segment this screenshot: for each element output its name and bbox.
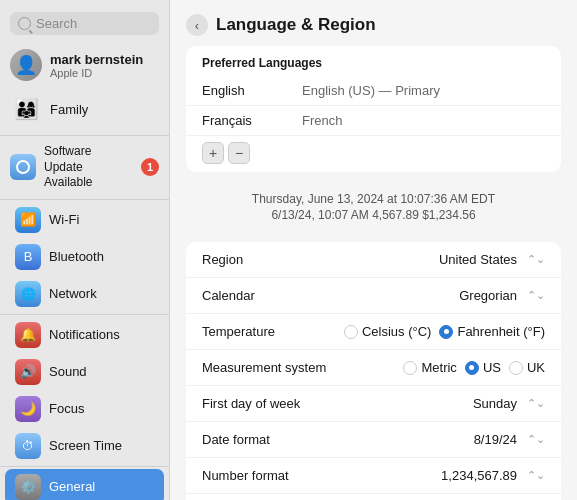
- metric-option[interactable]: Metric: [403, 360, 456, 375]
- sidebar-item-label: Wi-Fi: [49, 212, 79, 227]
- first-day-chevron: ⌃⌄: [527, 397, 545, 410]
- update-section[interactable]: Software Update Available 1: [0, 138, 169, 197]
- main-content: ‹ Language & Region Preferred Languages …: [170, 0, 577, 500]
- divider-2: [0, 199, 169, 200]
- list-sort-row: List sort order Universal ⌃⌄: [186, 494, 561, 500]
- date-line2: 6/13/24, 10:07 AM 4,567.89 $1,234.56: [194, 208, 553, 222]
- language-row-english: English English (US) — Primary: [186, 76, 561, 106]
- temperature-label: Temperature: [202, 324, 342, 339]
- number-format-value[interactable]: 1,234,567.89 ⌃⌄: [441, 468, 545, 483]
- first-day-text: Sunday: [473, 396, 517, 411]
- sidebar-item-network[interactable]: 🌐 Network: [5, 276, 164, 312]
- search-box[interactable]: Search: [10, 12, 159, 35]
- update-badge: 1: [141, 158, 159, 176]
- back-button[interactable]: ‹: [186, 14, 208, 36]
- number-format-text: 1,234,567.89: [441, 468, 517, 483]
- lang-detail-french: French: [302, 113, 342, 128]
- us-label: US: [483, 360, 501, 375]
- date-line1: Thursday, June 13, 2024 at 10:07:36 AM E…: [194, 192, 553, 206]
- sidebar-item-screen-time[interactable]: ⏱ Screen Time: [5, 428, 164, 464]
- region-label: Region: [202, 252, 342, 267]
- family-item[interactable]: 👨‍👩‍👧 Family: [0, 89, 169, 133]
- us-option[interactable]: US: [465, 360, 501, 375]
- preferred-languages-section: Preferred Languages English English (US)…: [186, 46, 561, 172]
- network-icon: 🌐: [15, 281, 41, 307]
- general-icon: ⚙️: [15, 474, 41, 500]
- settings-section: Region United States ⌃⌄ Calendar Gregori…: [186, 242, 561, 500]
- region-chevron: ⌃⌄: [527, 253, 545, 266]
- temperature-options: Celsius (°C) Fahrenheit (°F): [344, 324, 545, 339]
- celsius-option[interactable]: Celsius (°C): [344, 324, 431, 339]
- metric-radio[interactable]: [403, 361, 417, 375]
- date-info-box: Thursday, June 13, 2024 at 10:07:36 AM E…: [186, 184, 561, 230]
- region-row: Region United States ⌃⌄: [186, 242, 561, 278]
- user-name: mark bernstein: [50, 52, 143, 67]
- sidebar-item-label: Notifications: [49, 327, 120, 342]
- notifications-icon: 🔔: [15, 322, 41, 348]
- sidebar-item-notifications[interactable]: 🔔 Notifications: [5, 317, 164, 353]
- metric-label: Metric: [421, 360, 456, 375]
- first-day-row: First day of week Sunday ⌃⌄: [186, 386, 561, 422]
- fahrenheit-radio[interactable]: [439, 325, 453, 339]
- sidebar-item-general[interactable]: ⚙️ General: [5, 469, 164, 500]
- sidebar-item-focus[interactable]: 🌙 Focus: [5, 391, 164, 427]
- calendar-chevron: ⌃⌄: [527, 289, 545, 302]
- family-label: Family: [50, 102, 88, 117]
- update-icon: [10, 154, 36, 180]
- divider-4: [0, 466, 169, 467]
- screentime-icon: ⏱: [15, 433, 41, 459]
- celsius-label: Celsius (°C): [362, 324, 431, 339]
- focus-icon: 🌙: [15, 396, 41, 422]
- language-buttons: + −: [186, 136, 561, 172]
- celsius-radio[interactable]: [344, 325, 358, 339]
- add-language-button[interactable]: +: [202, 142, 224, 164]
- divider-3: [0, 314, 169, 315]
- header: ‹ Language & Region: [170, 0, 577, 46]
- lang-name-english: English: [202, 83, 302, 98]
- number-format-row: Number format 1,234,567.89 ⌃⌄: [186, 458, 561, 494]
- date-format-chevron: ⌃⌄: [527, 433, 545, 446]
- preferred-languages-title: Preferred Languages: [186, 46, 561, 76]
- sidebar-item-label: Focus: [49, 401, 84, 416]
- date-format-row: Date format 8/19/24 ⌃⌄: [186, 422, 561, 458]
- page-title: Language & Region: [216, 15, 376, 35]
- fahrenheit-option[interactable]: Fahrenheit (°F): [439, 324, 545, 339]
- region-text: United States: [439, 252, 517, 267]
- sidebar-item-label: General: [49, 479, 95, 494]
- uk-option[interactable]: UK: [509, 360, 545, 375]
- sidebar-item-label: Network: [49, 286, 97, 301]
- uk-radio[interactable]: [509, 361, 523, 375]
- user-sub: Apple ID: [50, 67, 143, 79]
- sidebar-item-label: Screen Time: [49, 438, 122, 453]
- sidebar-item-wi-fi[interactable]: 📶 Wi-Fi: [5, 202, 164, 238]
- us-radio[interactable]: [465, 361, 479, 375]
- search-icon: [18, 17, 31, 30]
- measurement-label: Measurement system: [202, 360, 342, 375]
- search-placeholder: Search: [36, 16, 77, 31]
- family-icon: 👨‍👩‍👧: [10, 93, 42, 125]
- sidebar-item-label: Bluetooth: [49, 249, 104, 264]
- update-label: Software Update Available: [44, 144, 133, 191]
- first-day-value[interactable]: Sunday ⌃⌄: [473, 396, 545, 411]
- sidebar-item-bluetooth[interactable]: B Bluetooth: [5, 239, 164, 275]
- date-format-text: 8/19/24: [474, 432, 517, 447]
- remove-language-button[interactable]: −: [228, 142, 250, 164]
- calendar-value[interactable]: Gregorian ⌃⌄: [459, 288, 545, 303]
- measurement-row: Measurement system Metric US UK: [186, 350, 561, 386]
- back-icon: ‹: [195, 18, 199, 33]
- sidebar-item-label: Sound: [49, 364, 87, 379]
- date-format-value[interactable]: 8/19/24 ⌃⌄: [474, 432, 545, 447]
- lang-name-french: Français: [202, 113, 302, 128]
- lang-detail-english: English (US) — Primary: [302, 83, 440, 98]
- fahrenheit-label: Fahrenheit (°F): [457, 324, 545, 339]
- wifi-icon: 📶: [15, 207, 41, 233]
- uk-label: UK: [527, 360, 545, 375]
- sound-icon: 🔊: [15, 359, 41, 385]
- calendar-text: Gregorian: [459, 288, 517, 303]
- user-section[interactable]: 👤 mark bernstein Apple ID: [0, 45, 169, 89]
- region-value[interactable]: United States ⌃⌄: [439, 252, 545, 267]
- measurement-options: Metric US UK: [403, 360, 545, 375]
- sidebar: Search 👤 mark bernstein Apple ID 👨‍👩‍👧 F…: [0, 0, 170, 500]
- first-day-label: First day of week: [202, 396, 342, 411]
- sidebar-item-sound[interactable]: 🔊 Sound: [5, 354, 164, 390]
